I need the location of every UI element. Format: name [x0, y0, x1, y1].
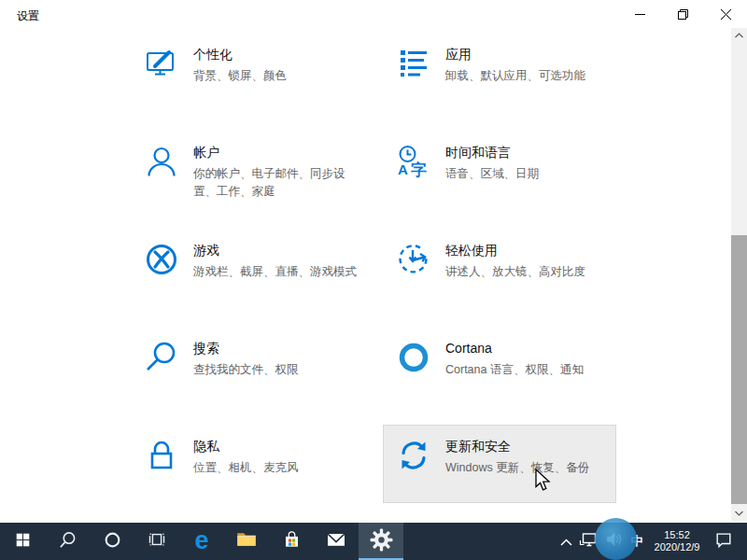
settings-item-subtitle: 游戏栏、截屏、直播、游戏模式 [193, 263, 359, 281]
tray-clock[interactable]: 15:52 2020/12/9 [648, 523, 706, 560]
vertical-scrollbar[interactable] [731, 28, 747, 521]
settings-item-subtitle: 查找我的文件、权限 [193, 361, 359, 379]
settings-gear-icon [370, 528, 393, 555]
settings-item-title: 轻松使用 [445, 242, 612, 259]
settings-item-title: 搜索 [193, 340, 359, 357]
window-title: 设置 [17, 8, 39, 24]
settings-window: 设置 [0, 0, 747, 523]
close-button[interactable] [704, 0, 747, 28]
start-button[interactable] [0, 523, 45, 560]
cortana-ring-icon [104, 531, 121, 553]
scrollbar-down-icon[interactable] [731, 506, 747, 521]
accounts-icon [145, 145, 178, 178]
taskbar-search-button[interactable] [45, 523, 90, 560]
file-explorer-icon [235, 528, 258, 554]
cortana-button[interactable] [90, 523, 134, 560]
settings-item-title: 应用 [445, 46, 612, 63]
scrollbar-up-icon[interactable] [731, 28, 747, 43]
settings-item-title: 隐私 [193, 438, 359, 455]
settings-item-gaming[interactable]: 游戏 游戏栏、截屏、直播、游戏模式 [131, 229, 364, 307]
settings-item-search[interactable]: 搜索 查找我的文件、权限 [131, 327, 364, 405]
system-tray: 中 15:52 2020/12/9 [557, 523, 741, 560]
settings-item-update-security[interactable]: 更新和安全 Windows 更新、恢复、备份 [383, 425, 616, 503]
close-icon [721, 9, 731, 20]
edge-button[interactable]: e [179, 523, 224, 560]
mail-button[interactable] [314, 523, 359, 560]
volume-icon [604, 530, 623, 553]
edge-icon: e [194, 528, 208, 553]
settings-item-privacy[interactable]: 隐私 位置、相机、麦克风 [131, 425, 364, 503]
svg-text:字: 字 [411, 161, 427, 178]
settings-item-accounts[interactable]: 帐户 你的帐户、电子邮件、同步设置、工作、家庭 [131, 131, 364, 209]
settings-item-title: 游戏 [193, 242, 359, 259]
tray-date: 2020/12/9 [655, 541, 700, 554]
settings-item-title: 更新和安全 [445, 438, 612, 455]
taskbar: e [0, 523, 747, 560]
restore-button[interactable] [661, 0, 704, 28]
update-security-icon [397, 439, 430, 472]
action-center-icon [714, 530, 733, 553]
settings-item-subtitle: 你的帐户、电子邮件、同步设置、工作、家庭 [193, 165, 359, 201]
settings-item-apps[interactable]: 应用 卸载、默认应用、可选功能 [383, 33, 616, 111]
tray-time: 15:52 [664, 529, 690, 542]
settings-item-subtitle: 语音、区域、日期 [445, 165, 612, 183]
scrollbar-thumb[interactable] [731, 235, 747, 504]
task-view-icon [148, 530, 166, 553]
settings-item-cortana[interactable]: Cortana Cortana 语言、权限、通知 [383, 327, 616, 405]
settings-item-title: Cortana [445, 340, 612, 357]
settings-item-subtitle: 背景、锁屏、颜色 [193, 67, 359, 85]
taskbar-search-icon [59, 531, 77, 553]
settings-item-subtitle: 卸载、默认应用、可选功能 [445, 67, 612, 85]
gaming-icon [145, 243, 178, 276]
network-tray-button[interactable] [575, 523, 600, 560]
windows-start-icon [15, 532, 31, 552]
minimize-icon [635, 9, 645, 20]
settings-item-title: 帐户 [193, 144, 359, 161]
time-language-icon: A 字 [397, 145, 430, 178]
settings-taskbar-button[interactable] [359, 523, 403, 560]
action-center-button[interactable] [706, 523, 741, 560]
microsoft-store-icon [281, 529, 303, 554]
cortana-icon [397, 341, 430, 374]
settings-item-subtitle: 位置、相机、麦克风 [193, 459, 359, 477]
settings-item-time-language[interactable]: A 字 时间和语言 语音、区域、日期 [383, 131, 616, 209]
ime-indicator[interactable]: 中 [626, 523, 648, 560]
volume-tray-button[interactable] [600, 523, 626, 560]
search-icon [145, 341, 178, 374]
personalization-icon [145, 47, 178, 80]
settings-item-subtitle: 讲述人、放大镜、高对比度 [445, 263, 612, 281]
chevron-up-icon [560, 533, 572, 550]
microsoft-store-button[interactable] [269, 523, 314, 560]
ease-of-access-icon [397, 243, 430, 276]
minimize-button[interactable] [618, 0, 661, 28]
settings-item-title: 时间和语言 [445, 144, 612, 161]
apps-icon [397, 47, 430, 80]
restore-icon [678, 9, 688, 20]
tray-expand-button[interactable] [557, 523, 575, 560]
window-controls [618, 0, 747, 28]
settings-item-title: 个性化 [193, 46, 359, 63]
svg-text:A: A [398, 161, 408, 177]
mail-icon [325, 528, 347, 554]
settings-item-ease-of-access[interactable]: 轻松使用 讲述人、放大镜、高对比度 [383, 229, 616, 307]
settings-item-subtitle: Windows 更新、恢复、备份 [445, 459, 612, 477]
settings-item-personalization[interactable]: 个性化 背景、锁屏、颜色 [131, 33, 364, 111]
settings-item-subtitle: Cortana 语言、权限、通知 [445, 361, 612, 379]
privacy-icon [145, 439, 178, 472]
network-icon [579, 530, 598, 553]
task-view-button[interactable] [134, 523, 179, 560]
file-explorer-button[interactable] [224, 523, 269, 560]
titlebar: 设置 [0, 0, 747, 30]
